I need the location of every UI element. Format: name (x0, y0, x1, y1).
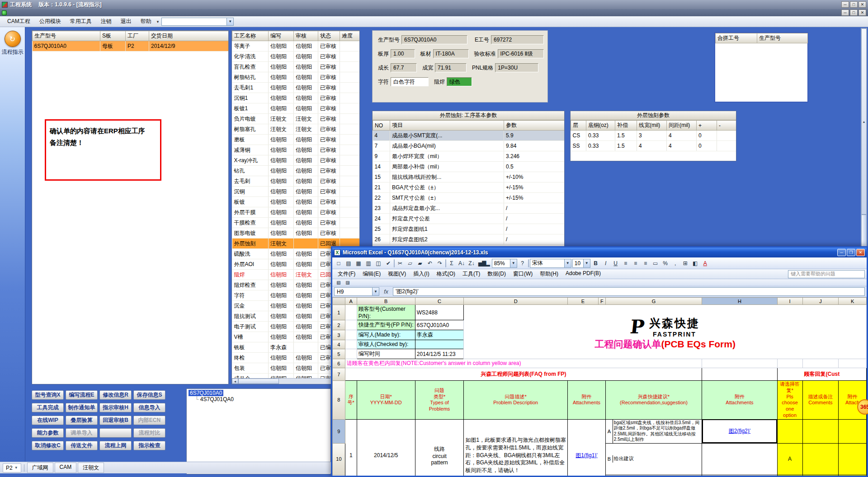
action-button[interactable]: 流程上网 (99, 441, 132, 450)
table-row[interactable]: 沉铜信朝阳信朝阳已审核 (232, 187, 360, 197)
column-header[interactable]: 状态 (318, 31, 340, 41)
cell[interactable]: 6S7QJ010A0 (415, 320, 464, 330)
excel-menu-item[interactable]: 数据(D) (484, 269, 509, 279)
cell[interactable]: 快捷生产型号(FP P/N): (357, 320, 415, 330)
help-question-box[interactable]: 键入需要帮助的问题 (788, 270, 865, 278)
action-button[interactable]: 叠层验算 (66, 416, 98, 425)
paste-icon[interactable]: ▰ (415, 259, 425, 268)
column-header[interactable]: J (802, 298, 839, 305)
column-header[interactable]: 生产型号 (33, 31, 100, 41)
eq-header-attachments[interactable]: 附件 Attachments (568, 381, 606, 420)
q1-date-cell[interactable]: 2014/12/5 (357, 419, 415, 476)
excel-menu-item[interactable]: 工具(T) (459, 269, 484, 279)
table-row[interactable]: 4成品最小SMT宽度(...5.9 (373, 131, 565, 141)
excel-menu-item[interactable]: 插入(I) (410, 269, 433, 279)
toolbar-separator[interactable] (394, 259, 395, 267)
vertical-scrollbar[interactable]: ▲ (861, 28, 867, 248)
table-row[interactable]: 化学清洗信朝阳信朝阳已审核 (232, 51, 360, 62)
child-restore-button[interactable]: □ (850, 9, 858, 16)
merge-center-icon[interactable]: ▭ (651, 259, 660, 268)
fig1-link[interactable]: 图1(fig1)' (576, 452, 597, 458)
borders-icon[interactable]: ⊞ (681, 259, 690, 268)
table-row[interactable]: 7成品最小BGA(mil)9.84 (373, 141, 565, 151)
scrollbar-thumb[interactable] (238, 379, 279, 384)
action-button[interactable]: 调单导入 (66, 428, 98, 438)
attach-cell[interactable] (839, 475, 867, 476)
column-header[interactable]: 工厂 (126, 31, 149, 41)
column-header[interactable]: 审核 (294, 31, 318, 41)
reply-section-title[interactable]: 顾客回复(Cust (777, 368, 866, 381)
undo-icon[interactable]: ↶ (425, 259, 434, 268)
table-row[interactable]: X-ray冲孔信朝阳信朝阳已审核 (232, 155, 360, 166)
table-row[interactable]: 22SMT尺寸公差（±）+/-15% (373, 193, 565, 203)
action-button[interactable]: 流程对比 (133, 428, 165, 438)
table-row[interactable]: 去毛刺信朝阳信朝阳已审核 (232, 176, 360, 187)
row-header[interactable]: 7 (333, 368, 345, 381)
cell[interactable]: 李永森 (415, 330, 464, 340)
menu-item[interactable]: 公用模块 (35, 16, 66, 27)
cell[interactable]: 顾客型号(Customer P/N): (357, 305, 415, 320)
column-header[interactable]: A (345, 298, 357, 305)
eq-header-suggestion[interactable]: 兴森快捷建议* (Recommendation,suggestion) (605, 381, 702, 420)
excel-menu-item[interactable]: 视图(V) (384, 269, 410, 279)
chevron-down-icon[interactable]: ▼ (564, 259, 571, 267)
excel-menu-item[interactable]: Adobe PDF(B) (562, 269, 604, 279)
attach-cell[interactable] (839, 419, 867, 443)
action-button[interactable]: 信息导入 (133, 403, 165, 412)
eq-header-attachments[interactable]: 附件 Attachments (702, 381, 778, 420)
column-header[interactable]: G (605, 298, 702, 305)
action-button[interactable]: 在线WIP (32, 416, 64, 425)
column-header[interactable]: 工艺名称 (232, 31, 269, 41)
eq-header-seq[interactable]: 序号* (345, 381, 357, 420)
column-header[interactable]: 参数 (504, 121, 565, 131)
q1-option-c-cell[interactable]: C (605, 475, 702, 476)
action-button[interactable]: 指示审核H (99, 403, 132, 412)
excel-title-bar[interactable]: X Microsoft Excel - Q16S7QJ010A0(chencw)… (332, 248, 867, 257)
cell[interactable]: WS2488 (415, 305, 464, 320)
bold-icon[interactable]: B (591, 259, 600, 268)
action-button[interactable]: 传送文件 (66, 441, 98, 450)
excel-menu-item[interactable]: 帮助(H) (536, 269, 562, 279)
excel-close-button[interactable]: ✕ (856, 249, 865, 256)
table-row[interactable]: 负片电镀汪朝文汪朝文已审核 (232, 114, 360, 124)
table-row[interactable]: 15阻抗线路/线距控制...+/-10% (373, 172, 565, 182)
comments-cell[interactable] (802, 443, 839, 475)
excel-menu-item[interactable]: 文件(F) (334, 269, 359, 279)
eq-header-date[interactable]: 日期* YYYY-MM-DD (357, 381, 415, 420)
column-header[interactable]: 间距(mil) (667, 121, 697, 131)
table-row[interactable]: 外层干膜信朝阳信朝阳已审核 (232, 207, 360, 218)
copy-icon[interactable]: ▱ (406, 259, 415, 268)
answer-cell[interactable] (777, 419, 802, 443)
tree-item-root[interactable]: 6S7QJ010A0 (189, 390, 329, 396)
scrollbar-thumb[interactable] (861, 215, 867, 247)
tree-item-child[interactable]: └ 4S7QJ01QA0 (189, 396, 329, 402)
column-header[interactable]: + (697, 121, 717, 131)
chevron-down-icon[interactable]: ▼ (583, 259, 590, 267)
column-header[interactable]: B (357, 298, 415, 305)
excel-menu-item[interactable]: 编辑(E) (359, 269, 384, 279)
table-row[interactable]: SS0.331.5440 (571, 141, 737, 151)
selected-cell-h9[interactable]: 图2(fig2)' (702, 419, 778, 443)
print-icon[interactable]: ▥ (364, 259, 373, 268)
align-left-icon[interactable]: ≡ (621, 259, 630, 268)
redo-icon[interactable]: ↷ (435, 259, 444, 268)
menu-item[interactable]: 常用工具 (66, 16, 96, 27)
column-header[interactable]: 底铜(oz) (586, 121, 615, 131)
child-minimize-button[interactable]: ─ (841, 9, 849, 16)
q1-description-cell[interactable]: 如图1，此板要求通孔与激光点都按树脂塞孔，按要求需要补偿1.5MIL，而原始线宽… (464, 419, 568, 476)
action-button[interactable]: 修改信息R (99, 390, 132, 400)
cell[interactable]: 编写人(Made by): (357, 330, 415, 340)
table-row[interactable]: 等离子信朝阳信朝阳已审核 (232, 41, 360, 51)
status-tab[interactable]: 汪朝文 (78, 463, 104, 473)
percent-icon[interactable]: % (661, 259, 670, 268)
excel-menu-item[interactable]: 格式(O) (433, 269, 459, 279)
row-header[interactable]: 8 (333, 381, 345, 420)
child-close-button[interactable]: ✕ (859, 9, 866, 16)
cell[interactable]: 审核人(Checked by): (357, 340, 415, 349)
comments-cell[interactable] (802, 419, 839, 443)
action-button[interactable]: 取消修改C (32, 441, 64, 450)
table-row[interactable]: 树脂钻孔信朝阳信朝阳已审核 (232, 72, 360, 83)
column-header[interactable]: E (568, 298, 599, 305)
action-button[interactable]: 保存信息S (133, 390, 165, 400)
table-row[interactable]: 9最小焊环宽度（mil）3.246 (373, 151, 565, 162)
